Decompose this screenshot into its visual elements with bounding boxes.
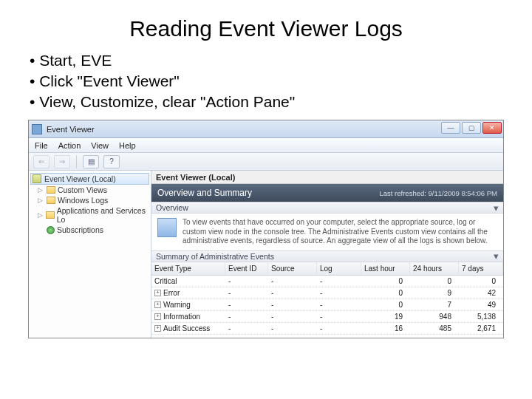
summary-table: Event Type Event ID Source Log Last hour… [151,262,503,338]
tree-root[interactable]: Event Viewer (Local) [30,173,149,185]
col-source[interactable]: Source [268,262,317,275]
folder-icon [47,186,55,194]
col-24-hours[interactable]: 24 hours [410,262,459,275]
row-log: - [317,299,361,310]
back-button[interactable]: ⇐ [33,155,50,168]
content-pane: Event Viewer (Local) Overview and Summar… [151,171,503,338]
collapse-icon[interactable]: ▾ [494,250,499,262]
tree-item-subscriptions[interactable]: Subscriptions [30,225,149,235]
close-button[interactable]: ✕ [482,122,502,134]
forward-button[interactable]: ⇒ [54,155,70,168]
row-source: - [268,323,317,334]
row-type: Critical [154,277,177,285]
collapse-icon[interactable]: ▾ [494,202,499,214]
overview-section-header[interactable]: Overview ▾ [151,202,503,214]
row-7d: 0 [459,276,503,287]
expander-icon[interactable]: ▷ [38,197,44,204]
tree-item-label: Custom Views [58,185,107,194]
event-viewer-icon [33,174,41,183]
row-lasthour: 0 [361,276,410,287]
table-row[interactable]: +Audit Success - - - 16 485 2,671 [151,323,503,335]
table-row[interactable]: +Information - - - 19 948 5,138 [151,311,503,323]
overview-icon [157,218,177,237]
tree-item-custom-views[interactable]: ▷ Custom Views [30,185,149,195]
minimize-button[interactable]: — [441,122,460,134]
row-id: - [225,287,268,299]
expander-icon[interactable]: ▷ [38,211,44,219]
window-title: Event Viewer [47,125,95,134]
bullet-item: Start, EVE [30,52,510,69]
row-source: - [268,311,317,322]
expand-icon[interactable]: + [154,301,161,308]
table-row[interactable]: +Warning - - - 0 7 49 [151,299,503,311]
table-row[interactable]: +Error - - - 0 9 42 [151,287,503,299]
menu-view[interactable]: View [91,141,109,150]
tree-item-app-services-logs[interactable]: ▷ Applications and Services Lo [30,205,149,225]
summary-section-header[interactable]: Summary of Administrative Events ▾ [151,250,503,262]
row-7d: 42 [459,287,503,299]
console-tree[interactable]: Event Viewer (Local) ▷ Custom Views ▷ Wi… [29,171,151,338]
content-header: Event Viewer (Local) [151,171,503,184]
row-24h: 0 [410,276,459,287]
overview-section-label: Overview [156,203,188,212]
window-titlebar[interactable]: Event Viewer — ▢ ✕ [29,120,503,138]
col-7-days[interactable]: 7 days [459,262,503,275]
col-event-id[interactable]: Event ID [225,262,268,275]
event-viewer-window: Event Viewer — ▢ ✕ File Action View Help… [28,120,504,338]
row-24h: 9 [410,287,459,299]
table-header-row: Event Type Event ID Source Log Last hour… [151,262,503,276]
table-row[interactable]: Critical - - - 0 0 0 [151,276,503,287]
app-icon [32,124,42,134]
tree-item-label: Windows Logs [58,196,108,205]
tree-item-label: Subscriptions [57,225,103,234]
overview-body: To view events that have occurred on you… [151,214,503,250]
folder-icon [46,211,54,219]
row-source: - [268,299,317,310]
overview-text: To view events that have occurred on you… [183,218,497,246]
expand-icon[interactable]: + [154,313,161,320]
row-id: - [225,323,268,334]
summary-section-label: Summary of Administrative Events [156,252,274,261]
bullet-item: Click "Event Viewer" [30,72,510,90]
col-event-type[interactable]: Event Type [151,262,225,275]
row-7d: 2,671 [459,323,503,334]
bullet-list: Start, EVE Click "Event Viewer" View, Cu… [30,52,510,111]
row-24h: 485 [410,323,459,334]
col-last-hour[interactable]: Last hour [361,262,410,275]
subscriptions-icon [47,226,55,234]
row-id: - [225,311,268,322]
row-source: - [268,287,317,299]
row-lasthour: 16 [361,323,410,334]
row-lasthour: 0 [361,287,410,299]
row-log: - [317,311,361,322]
toolbar: ⇐ ⇒ ▤ ? [29,153,503,171]
expand-icon[interactable]: + [154,325,161,332]
row-type: Warning [163,301,191,309]
menu-action[interactable]: Action [58,141,81,150]
row-7d: 5,138 [459,311,503,322]
row-7d: 49 [459,299,503,310]
row-type: Information [163,313,200,321]
row-id: - [225,299,268,310]
col-log[interactable]: Log [317,262,361,275]
row-log: - [317,287,361,299]
expand-icon[interactable]: + [154,290,161,296]
row-24h: 7 [410,299,459,310]
row-lasthour: 0 [361,299,410,310]
properties-button[interactable]: ▤ [83,155,99,168]
menu-file[interactable]: File [35,141,48,150]
menubar: File Action View Help [29,138,503,153]
tree-item-windows-logs[interactable]: ▷ Windows Logs [30,195,149,205]
row-source: - [268,276,317,287]
row-log: - [317,276,361,287]
expander-icon[interactable]: ▷ [38,186,44,194]
tree-root-label: Event Viewer (Local) [44,174,116,183]
maximize-button[interactable]: ▢ [462,122,481,134]
row-type: Error [163,289,180,297]
row-lasthour: 19 [361,311,410,322]
help-button[interactable]: ? [103,155,120,168]
row-log: - [317,323,361,334]
bullet-item: View, Customize, clear "Action Pane" [30,93,510,111]
overview-band: Overview and Summary Last refreshed: 9/1… [151,184,503,202]
menu-help[interactable]: Help [119,141,136,150]
